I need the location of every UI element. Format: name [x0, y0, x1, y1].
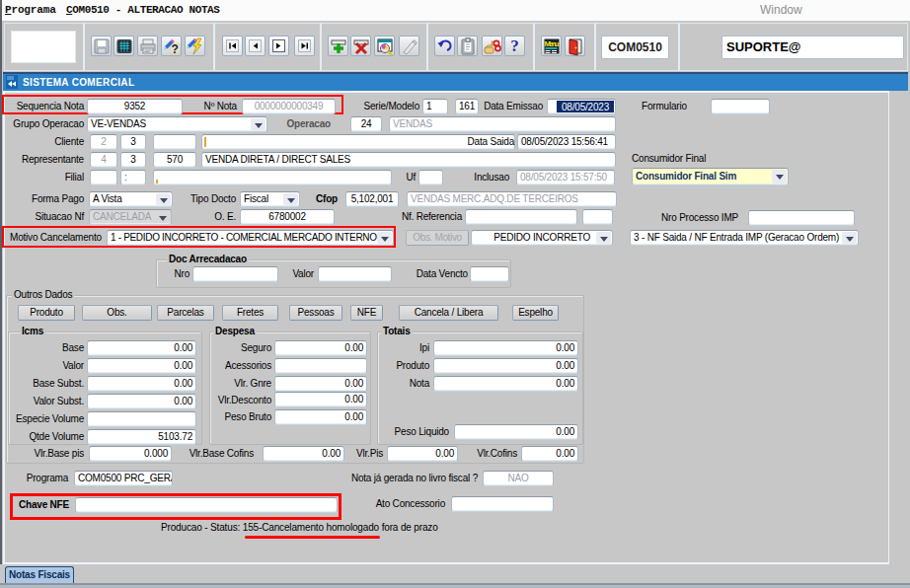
svg-text:?: ?	[172, 42, 179, 56]
svg-text:Menu: Menu	[545, 39, 560, 48]
